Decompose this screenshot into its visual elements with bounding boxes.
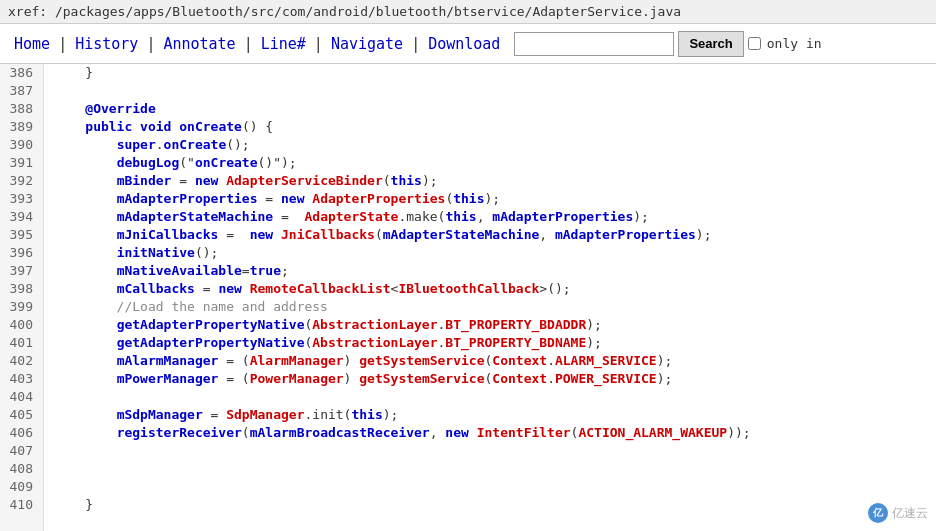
line-num: 387 xyxy=(0,82,37,100)
line-num: 389 xyxy=(0,118,37,136)
search-button[interactable]: Search xyxy=(678,31,743,57)
line-num: 386 xyxy=(0,64,37,82)
code-line: initNative(); xyxy=(54,244,936,262)
nav-lineno[interactable]: Line# xyxy=(255,35,312,53)
code-line: mAdapterStateMachine = AdapterState.make… xyxy=(54,208,936,226)
code-line: mSdpManager = SdpManager.init(this); xyxy=(54,406,936,424)
nav-sep-3: | xyxy=(242,35,255,53)
code-line: super.onCreate(); xyxy=(54,136,936,154)
code-line: debugLog("onCreate()"); xyxy=(54,154,936,172)
search-input[interactable] xyxy=(514,32,674,56)
line-num: 401 xyxy=(0,334,37,352)
code-line: } xyxy=(54,496,936,514)
line-num: 392 xyxy=(0,172,37,190)
line-num: 410 xyxy=(0,496,37,514)
nav-sep-5: | xyxy=(409,35,422,53)
line-num: 402 xyxy=(0,352,37,370)
code-line: mAlarmManager = (AlarmManager) getSystem… xyxy=(54,352,936,370)
line-num: 388 xyxy=(0,100,37,118)
nav-bar: Home | History | Annotate | Line# | Navi… xyxy=(0,24,936,64)
line-num: 398 xyxy=(0,280,37,298)
nav-history[interactable]: History xyxy=(69,35,144,53)
line-num: 391 xyxy=(0,154,37,172)
only-in-checkbox[interactable] xyxy=(748,37,761,50)
code-line: public void onCreate() { xyxy=(54,118,936,136)
code-line: mJniCallbacks = new JniCallbacks(mAdapte… xyxy=(54,226,936,244)
line-num: 393 xyxy=(0,190,37,208)
code-line: registerReceiver(mAlarmBroadcastReceiver… xyxy=(54,424,936,442)
line-num: 408 xyxy=(0,460,37,478)
breadcrumb: xref: /packages/apps/Bluetooth/src/com/a… xyxy=(0,0,936,24)
line-numbers: 3863873883893903913923933943953963973983… xyxy=(0,64,44,531)
line-num: 406 xyxy=(0,424,37,442)
code-line: mAdapterProperties = new AdapterProperti… xyxy=(54,190,936,208)
line-num: 397 xyxy=(0,262,37,280)
line-num: 396 xyxy=(0,244,37,262)
line-num: 399 xyxy=(0,298,37,316)
nav-sep-4: | xyxy=(312,35,325,53)
line-num: 394 xyxy=(0,208,37,226)
code-line xyxy=(54,460,936,478)
watermark: 亿 亿速云 xyxy=(868,503,928,523)
code-line: } xyxy=(54,64,936,82)
watermark-logo: 亿 xyxy=(868,503,888,523)
code-line: mNativeAvailable=true; xyxy=(54,262,936,280)
line-num: 405 xyxy=(0,406,37,424)
nav-home[interactable]: Home xyxy=(8,35,56,53)
code-line xyxy=(54,442,936,460)
nav-sep-1: | xyxy=(56,35,69,53)
code-content: } @Override public void onCreate() { sup… xyxy=(44,64,936,531)
line-num: 407 xyxy=(0,442,37,460)
only-in-label: only in xyxy=(767,36,822,51)
code-line xyxy=(54,478,936,496)
code-line xyxy=(54,82,936,100)
line-num: 409 xyxy=(0,478,37,496)
nav-annotate[interactable]: Annotate xyxy=(157,35,241,53)
nav-navigate[interactable]: Navigate xyxy=(325,35,409,53)
line-num: 400 xyxy=(0,316,37,334)
code-line: mBinder = new AdapterServiceBinder(this)… xyxy=(54,172,936,190)
code-line: getAdapterPropertyNative(AbstractionLaye… xyxy=(54,316,936,334)
nav-sep-2: | xyxy=(144,35,157,53)
code-line: mPowerManager = (PowerManager) getSystem… xyxy=(54,370,936,388)
line-num: 395 xyxy=(0,226,37,244)
code-line: @Override xyxy=(54,100,936,118)
code-line: getAdapterPropertyNative(AbstractionLaye… xyxy=(54,334,936,352)
code-line: mCallbacks = new RemoteCallbackList<IBlu… xyxy=(54,280,936,298)
line-num: 403 xyxy=(0,370,37,388)
code-area: 3863873883893903913923933943953963973983… xyxy=(0,64,936,531)
watermark-text: 亿速云 xyxy=(892,505,928,522)
nav-download[interactable]: Download xyxy=(422,35,506,53)
line-num: 404 xyxy=(0,388,37,406)
code-line xyxy=(54,388,936,406)
line-num: 390 xyxy=(0,136,37,154)
code-line: //Load the name and address xyxy=(54,298,936,316)
